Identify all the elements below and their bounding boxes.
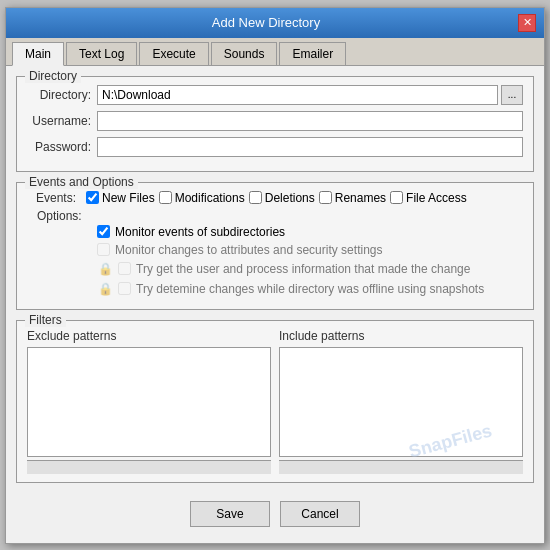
events-group-label: Events and Options bbox=[25, 175, 138, 189]
tab-main[interactable]: Main bbox=[12, 42, 64, 66]
include-wrapper bbox=[279, 347, 523, 474]
checkbox-new-files[interactable] bbox=[86, 191, 99, 204]
exclude-patterns-input[interactable] bbox=[27, 347, 271, 457]
options-row: Options: bbox=[27, 209, 523, 223]
directory-group-label: Directory bbox=[25, 69, 81, 83]
options-container: Monitor events of subdirectories Monitor… bbox=[27, 225, 523, 297]
browse-button[interactable]: ... bbox=[501, 85, 523, 105]
exclude-label: Exclude patterns bbox=[27, 329, 271, 343]
directory-group: Directory Directory: ... Username: Passw… bbox=[16, 76, 534, 172]
label-snapshots: Try detemine changes while directory was… bbox=[136, 282, 484, 296]
title-bar: Add New Directory ✕ bbox=[6, 8, 544, 38]
checkbox-deletions[interactable] bbox=[249, 191, 262, 204]
options-label-text: Options: bbox=[37, 209, 82, 223]
event-deletions: Deletions bbox=[249, 191, 315, 205]
events-group: Events and Options Events: New Files Mod… bbox=[16, 182, 534, 310]
directory-field-row: Directory: ... bbox=[27, 85, 523, 105]
main-content: Directory Directory: ... Username: Passw… bbox=[6, 66, 544, 543]
tab-textlog[interactable]: Text Log bbox=[66, 42, 137, 65]
include-label: Include patterns bbox=[279, 329, 523, 343]
tab-execute[interactable]: Execute bbox=[139, 42, 208, 65]
filters-group: Filters Exclude patterns Include pattern… bbox=[16, 320, 534, 483]
cancel-button[interactable]: Cancel bbox=[280, 501, 360, 527]
label-file-access: File Access bbox=[406, 191, 467, 205]
checkbox-user-info[interactable] bbox=[118, 262, 131, 275]
option-subdirectories-row: Monitor events of subdirectories bbox=[37, 225, 523, 239]
include-col: Include patterns bbox=[279, 329, 523, 474]
option-attributes-row: Monitor changes to attributes and securi… bbox=[37, 243, 523, 257]
label-attributes: Monitor changes to attributes and securi… bbox=[115, 243, 382, 257]
window-title: Add New Directory bbox=[14, 15, 518, 30]
password-input[interactable] bbox=[97, 137, 523, 157]
exclude-scrollbar-h[interactable] bbox=[27, 460, 271, 474]
event-modifications: Modifications bbox=[159, 191, 245, 205]
checkbox-file-access[interactable] bbox=[390, 191, 403, 204]
tab-emailer[interactable]: Emailer bbox=[279, 42, 346, 65]
label-deletions: Deletions bbox=[265, 191, 315, 205]
checkbox-renames[interactable] bbox=[319, 191, 332, 204]
password-label: Password: bbox=[27, 140, 97, 154]
include-patterns-input[interactable] bbox=[279, 347, 523, 457]
buttons-row: Save Cancel bbox=[16, 493, 534, 533]
lock-icon-1: 🔒 bbox=[97, 261, 113, 277]
directory-label: Directory: bbox=[27, 88, 97, 102]
checkbox-modifications[interactable] bbox=[159, 191, 172, 204]
main-window: Add New Directory ✕ Main Text Log Execut… bbox=[5, 7, 545, 544]
events-row: Events: New Files Modifications Deletion… bbox=[27, 191, 523, 205]
option-user-info-row: 🔒 Try get the user and process informati… bbox=[37, 261, 523, 277]
tab-sounds[interactable]: Sounds bbox=[211, 42, 278, 65]
label-new-files: New Files bbox=[102, 191, 155, 205]
username-field-row: Username: bbox=[27, 111, 523, 131]
label-user-info: Try get the user and process information… bbox=[136, 262, 470, 276]
events-label: Events: bbox=[27, 191, 82, 205]
include-scrollbar-h[interactable] bbox=[279, 460, 523, 474]
event-new-files: New Files bbox=[86, 191, 155, 205]
save-button[interactable]: Save bbox=[190, 501, 270, 527]
exclude-col: Exclude patterns bbox=[27, 329, 271, 474]
label-modifications: Modifications bbox=[175, 191, 245, 205]
checkbox-snapshots[interactable] bbox=[118, 282, 131, 295]
filters-area: Exclude patterns Include patterns bbox=[27, 329, 523, 474]
label-renames: Renames bbox=[335, 191, 386, 205]
event-file-access: File Access bbox=[390, 191, 467, 205]
filters-group-label: Filters bbox=[25, 313, 66, 327]
exclude-wrapper bbox=[27, 347, 271, 474]
label-subdirectories: Monitor events of subdirectories bbox=[115, 225, 285, 239]
lock-icon-2: 🔒 bbox=[97, 281, 113, 297]
checkbox-subdirectories[interactable] bbox=[97, 225, 110, 238]
checkbox-attributes[interactable] bbox=[97, 243, 110, 256]
username-input[interactable] bbox=[97, 111, 523, 131]
tab-bar: Main Text Log Execute Sounds Emailer bbox=[6, 38, 544, 66]
option-snapshots-row: 🔒 Try detemine changes while directory w… bbox=[37, 281, 523, 297]
event-renames: Renames bbox=[319, 191, 386, 205]
password-field-row: Password: bbox=[27, 137, 523, 157]
close-button[interactable]: ✕ bbox=[518, 14, 536, 32]
username-label: Username: bbox=[27, 114, 97, 128]
directory-input[interactable] bbox=[97, 85, 498, 105]
